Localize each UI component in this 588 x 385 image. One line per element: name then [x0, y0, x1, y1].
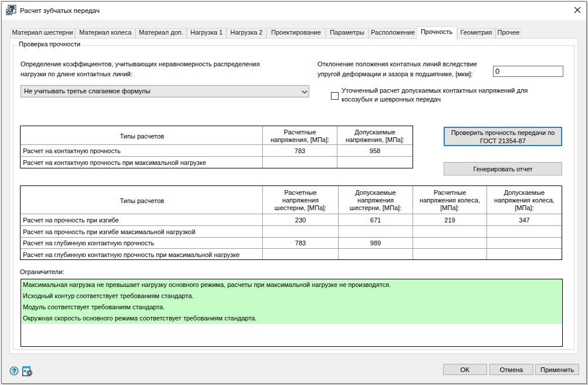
svg-text:?: ? — [12, 367, 16, 374]
